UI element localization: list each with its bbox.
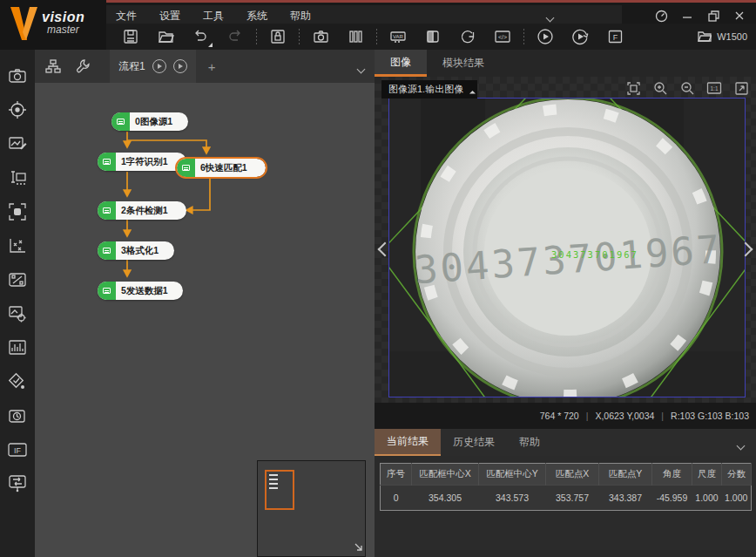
histogram-icon[interactable] <box>4 330 30 364</box>
calculation-icon[interactable] <box>4 262 30 296</box>
compare-icon[interactable] <box>422 26 444 47</box>
pixel-rgb-value: R:103 G:103 B:103 <box>671 411 749 421</box>
image-edit-icon[interactable] <box>4 126 30 160</box>
cell-index: 0 <box>381 486 412 511</box>
logo-line1: vision <box>42 10 84 24</box>
ocr-text-icon[interactable] <box>4 160 30 194</box>
table-row[interactable]: 0 354.305 343.573 353.757 343.387 -45.95… <box>381 486 752 511</box>
timer-camera-icon[interactable] <box>4 398 30 432</box>
tab-help[interactable]: 帮助 <box>507 429 552 456</box>
open-icon[interactable] <box>154 26 177 47</box>
communication-icon[interactable] <box>4 466 30 500</box>
titlebar-chevron-down-icon[interactable] <box>547 11 553 24</box>
svg-text:VAR: VAR <box>393 34 404 39</box>
flow-list-icon[interactable] <box>42 55 64 78</box>
flow-tab[interactable]: 流程1 <box>110 50 196 83</box>
node-image-source[interactable]: 0图像源1 <box>111 112 188 131</box>
flow-collapse-chevron-icon[interactable] <box>358 63 364 75</box>
image-resolution: 764 * 720 <box>540 411 579 421</box>
svg-text:F: F <box>612 33 618 42</box>
condition-check-node-icon <box>98 201 116 220</box>
col-angle: 角度 <box>652 464 692 486</box>
format-icon[interactable]: F <box>604 26 626 47</box>
save-icon[interactable] <box>119 26 142 47</box>
script-icon[interactable]: </> <box>491 26 514 47</box>
flow-editor-panel: 流程1 + <box>35 50 375 557</box>
fit-view-icon[interactable] <box>625 80 641 96</box>
actual-size-icon[interactable]: 1:1 <box>706 80 722 96</box>
color-check-icon[interactable] <box>4 364 30 398</box>
match-result-table[interactable]: 序号 匹配框中心X 匹配框中心Y 匹配点X 匹配点Y 角度 尺度 分数 0 35… <box>380 463 752 511</box>
wrench-icon[interactable] <box>71 55 94 78</box>
results-collapse-chevron-icon[interactable] <box>738 439 744 452</box>
node-label: 0图像源1 <box>130 116 180 128</box>
image-result-panel: 图像 模块结果 图像源1.输出图像 1:1 <box>375 50 756 557</box>
logo-text: vision master <box>42 10 84 44</box>
format-node-icon <box>98 241 116 260</box>
acquisition-camera-icon[interactable] <box>4 58 30 92</box>
scatter-chart-icon[interactable] <box>4 228 30 262</box>
tab-current-result[interactable]: 当前结果 <box>375 429 441 456</box>
tab-module-result[interactable]: 模块结果 <box>427 50 500 77</box>
tab-history-result[interactable]: 历史结果 <box>441 429 507 456</box>
svg-text:IF: IF <box>14 445 22 454</box>
node-format[interactable]: 3格式化1 <box>98 241 174 260</box>
run-flow-continuous-button[interactable] <box>173 59 187 73</box>
fullscreen-icon[interactable] <box>733 80 749 96</box>
redo-icon[interactable] <box>224 26 246 47</box>
send-data-node-icon <box>98 282 116 300</box>
image-settings-icon[interactable] <box>4 296 30 330</box>
add-flow-tab-button[interactable]: + <box>208 59 216 74</box>
inspected-image: 304373701967 304373701967 <box>389 98 746 397</box>
fast-match-node-icon <box>177 159 195 177</box>
node-label: 5发送数据1 <box>116 285 176 297</box>
flow-canvas[interactable]: 0图像源1 1字符识别1 6快速匹配1 2条件检测1 3格式化1 5发送数据1 <box>35 83 375 557</box>
tab-image[interactable]: 图像 <box>375 50 427 77</box>
zoom-in-icon[interactable] <box>652 80 668 96</box>
run-continuous-button[interactable] <box>569 26 591 47</box>
run-flow-once-button[interactable] <box>152 59 166 73</box>
camera-capture-icon[interactable] <box>309 26 332 47</box>
if-logic-icon[interactable]: IF <box>4 432 30 466</box>
global-run-icon[interactable] <box>456 26 479 47</box>
image-roi: 304373701967 304373701967 <box>388 98 746 397</box>
node-char-recognition[interactable]: 1字符识别1 <box>98 153 186 171</box>
workspace-indicator[interactable]: W1500 <box>698 24 747 50</box>
image-source-selector-label: 图像源1.输出图像 <box>388 83 463 96</box>
col-scale: 尺度 <box>692 464 722 486</box>
node-fast-match[interactable]: 6快速匹配1 <box>177 159 266 177</box>
viewer-toolbar: 1:1 <box>625 80 749 96</box>
flow-tab-label: 流程1 <box>118 59 145 74</box>
result-tabs: 当前结果 历史结果 帮助 <box>375 429 756 456</box>
image-source-selector[interactable]: 图像源1.输出图像 <box>381 80 477 98</box>
tool-sidebar: IF <box>0 50 35 557</box>
undo-icon[interactable] <box>189 26 212 47</box>
flow-minimap[interactable] <box>257 460 366 557</box>
cell-match-point-x: 353.757 <box>546 486 599 511</box>
image-status-bar: 764 * 720 | X,0623 Y,0034 | R:103 G:103 … <box>375 403 756 429</box>
svg-text:</>: </> <box>498 34 507 40</box>
save-protected-icon[interactable] <box>267 26 289 47</box>
node-label: 3格式化1 <box>116 245 166 257</box>
cell-scale: 1.000 <box>692 486 722 511</box>
variable-icon[interactable]: VAR <box>387 26 409 47</box>
zoom-out-icon[interactable] <box>679 80 695 96</box>
image-viewer[interactable]: 图像源1.输出图像 1:1 <box>375 77 756 429</box>
cell-match-point-y: 343.387 <box>599 486 652 511</box>
logo-line2: master <box>47 24 84 36</box>
minimap-viewport[interactable] <box>265 470 294 510</box>
col-score: 分数 <box>722 464 752 486</box>
logo-zone: vision master <box>0 0 106 50</box>
node-label: 1字符识别1 <box>116 156 176 168</box>
module-list-icon[interactable] <box>344 26 367 47</box>
run-once-button[interactable] <box>534 26 557 47</box>
focus-frame-icon[interactable] <box>4 194 30 228</box>
workspace-label: W1500 <box>717 31 747 42</box>
flow-header: 流程1 + <box>35 50 375 83</box>
node-send-data[interactable]: 5发送数据1 <box>98 282 183 300</box>
table-header-row: 序号 匹配框中心X 匹配框中心Y 匹配点X 匹配点Y 角度 尺度 分数 <box>381 464 752 486</box>
minimap-resize-handle-icon[interactable] <box>354 542 363 554</box>
node-condition-check[interactable]: 2条件检测1 <box>98 201 186 220</box>
location-target-icon[interactable] <box>4 92 30 126</box>
col-index: 序号 <box>381 464 412 486</box>
